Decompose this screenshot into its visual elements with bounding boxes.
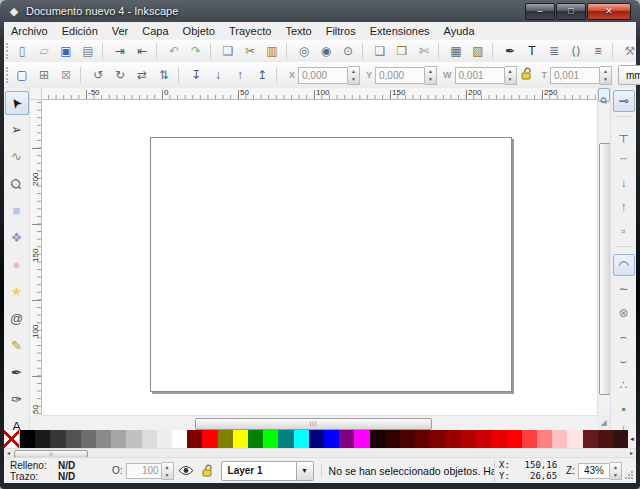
x-steppers[interactable]: ▲▼ — [348, 66, 360, 85]
pencil-tool-button[interactable]: ✎ — [5, 334, 29, 358]
snap-path-intersections-button[interactable]: ⊗ — [613, 302, 635, 324]
palette-swatch[interactable] — [20, 430, 35, 448]
close-button[interactable]: ✕ — [587, 3, 631, 20]
group-button[interactable]: ▦ — [445, 40, 467, 62]
unit-dropdown[interactable]: mm — [618, 65, 640, 85]
palette-swatch[interactable] — [50, 430, 65, 448]
vertical-scrollbar[interactable]: Ϙ — [597, 88, 610, 415]
fill-stroke-dialog-button[interactable]: ✒ — [499, 40, 521, 62]
menu-item[interactable]: Trayecto — [222, 22, 278, 40]
align-dialog-button[interactable]: ≡ — [587, 40, 609, 62]
y-steppers[interactable]: ▲▼ — [425, 66, 437, 85]
export-button[interactable]: ⇤ — [131, 40, 153, 62]
palette-swatch[interactable] — [142, 430, 157, 448]
lower-to-bottom-button[interactable]: ↧ — [185, 64, 207, 86]
redo-button[interactable]: ↷ — [185, 40, 207, 62]
menu-item[interactable]: Objeto — [176, 22, 222, 40]
rotate-ccw-button[interactable]: ↺ — [87, 64, 109, 86]
palette-swatch[interactable] — [552, 430, 567, 448]
width-steppers[interactable]: ▲▼ — [505, 66, 517, 85]
import-button[interactable]: ⇥ — [109, 40, 131, 62]
palette-swatch[interactable] — [35, 430, 50, 448]
palette-swatch[interactable] — [598, 430, 613, 448]
palette-swatch[interactable] — [370, 430, 385, 448]
snap-bbox-edges-button[interactable]: ╌ — [613, 148, 635, 170]
vertical-ruler[interactable]: 20015010050 — [30, 100, 42, 415]
snap-object-centers-button[interactable]: ▪ — [613, 398, 635, 420]
snap-midpoints-button[interactable]: ∴ — [613, 374, 635, 396]
palette-swatch[interactable] — [415, 430, 430, 448]
y-field[interactable]: 0,000▲▼ — [375, 66, 437, 85]
palette-swatch[interactable] — [66, 430, 81, 448]
menu-item[interactable]: Extensiones — [363, 22, 437, 40]
zoom-drawing-button[interactable]: ◉ — [315, 40, 337, 62]
pen-tool-button[interactable]: ✒ — [5, 361, 29, 385]
palette-scroll-left-icon[interactable]: ◂ — [628, 430, 636, 448]
palette-swatch[interactable] — [309, 430, 324, 448]
print-button[interactable]: ▤ — [77, 40, 99, 62]
horizontal-ruler[interactable]: -50050100150200250300 — [42, 88, 597, 100]
height-field[interactable]: 0,001▲▼ — [550, 66, 612, 85]
calligraphy-tool-button[interactable]: ✑ — [5, 388, 29, 412]
tweak-tool-button[interactable]: ∿ — [5, 145, 29, 169]
canvas[interactable] — [42, 100, 597, 415]
lower-button[interactable]: ↓ — [207, 64, 229, 86]
window-resize-grip[interactable] — [624, 470, 633, 479]
horizontal-scrollbar-thumb[interactable]: ||| — [195, 418, 432, 430]
create-clone-button[interactable]: ❒ — [391, 40, 413, 62]
palette-swatch[interactable] — [172, 430, 187, 448]
palette-swatch[interactable] — [339, 430, 354, 448]
snap-bbox-button[interactable]: ┬ — [613, 124, 635, 146]
flip-vertical-button[interactable]: ⇅ — [153, 64, 175, 86]
menu-item[interactable]: Archivo — [4, 22, 55, 40]
menu-item[interactable]: Texto — [278, 22, 318, 40]
zoom-selection-button[interactable]: ◎ — [293, 40, 315, 62]
text-dialog-button[interactable]: T — [521, 40, 543, 62]
deselect-button[interactable]: ⊠ — [55, 64, 77, 86]
palette-swatch[interactable] — [491, 430, 506, 448]
palette-swatch[interactable] — [96, 430, 111, 448]
palette-swatch[interactable] — [263, 430, 278, 448]
copy-button[interactable]: ❏ — [217, 40, 239, 62]
raise-button[interactable]: ↑ — [229, 64, 251, 86]
snap-nodes-enable-button[interactable]: ◠ — [613, 254, 635, 276]
select-all-layers-button[interactable]: ⊞ — [33, 64, 55, 86]
palette-swatch[interactable] — [111, 430, 126, 448]
palette-swatch[interactable] — [278, 430, 293, 448]
palette-swatch[interactable] — [218, 430, 233, 448]
menu-item[interactable]: Filtros — [319, 22, 363, 40]
palette-swatch[interactable] — [294, 430, 309, 448]
palette-swatch[interactable] — [476, 430, 491, 448]
xml-editor-button[interactable]: ⟨⟩ — [565, 40, 587, 62]
raise-to-top-button[interactable]: ↥ — [251, 64, 273, 86]
menu-item[interactable]: Edición — [55, 22, 105, 40]
snap-bbox-corners-button[interactable]: ↓ — [613, 172, 635, 194]
ungroup-button[interactable]: ▧ — [467, 40, 489, 62]
paste-button[interactable]: ▥ — [261, 40, 283, 62]
palette-swatch[interactable] — [537, 430, 552, 448]
cut-button[interactable]: ✂ — [239, 40, 261, 62]
layer-dropdown-arrow-icon[interactable]: ▼ — [297, 461, 314, 481]
palette-swatch[interactable] — [202, 430, 217, 448]
zoom-page-button[interactable]: ⊙ — [337, 40, 359, 62]
palette-swatch[interactable] — [248, 430, 263, 448]
palette-swatch[interactable] — [400, 430, 415, 448]
zoom-field[interactable]: 43% — [578, 463, 610, 479]
palette-swatch[interactable] — [126, 430, 141, 448]
palette-swatch[interactable] — [446, 430, 461, 448]
width-field[interactable]: 0,001▲▼ — [455, 66, 517, 85]
zoom-steppers[interactable]: ▲▼ — [610, 462, 622, 480]
spiral-tool-button[interactable]: @ — [5, 307, 29, 331]
palette-swatch[interactable] — [187, 430, 202, 448]
palette-swatch[interactable] — [613, 430, 628, 448]
layer-dropdown[interactable]: Layer 1 — [221, 461, 297, 481]
palette-swatch[interactable] — [507, 430, 522, 448]
ellipse-tool-button[interactable]: ● — [5, 253, 29, 277]
menu-item[interactable]: Ayuda — [437, 22, 482, 40]
open-document-button[interactable]: ▱ — [33, 40, 55, 62]
opacity-field[interactable]: 100▲▼ — [126, 462, 174, 480]
palette-swatch[interactable] — [583, 430, 598, 448]
palette-swatch[interactable] — [81, 430, 96, 448]
palette-swatch[interactable] — [354, 430, 369, 448]
unlink-clone-button[interactable]: ✄ — [413, 40, 435, 62]
